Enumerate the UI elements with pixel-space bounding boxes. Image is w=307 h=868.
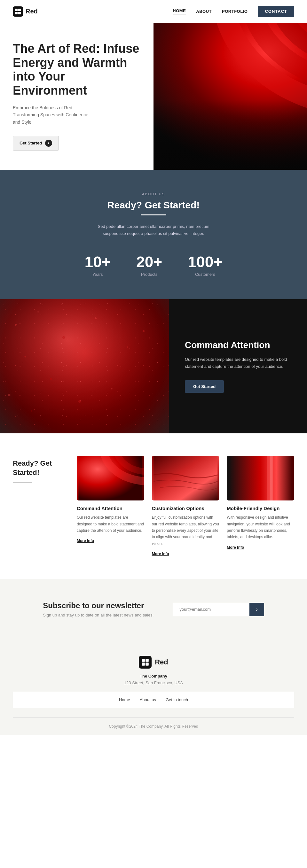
hero-image	[154, 23, 307, 170]
feature-more-info-1[interactable]: More Info	[77, 538, 94, 543]
footer-nav: Home About us Get in touch	[13, 691, 294, 708]
command-image	[0, 299, 169, 433]
newsletter-email-input[interactable]	[173, 603, 249, 616]
logo-svg	[15, 8, 21, 15]
nav-about[interactable]: ABOUT	[196, 9, 212, 14]
feature-desc-1: Our red website templates are designed t…	[77, 514, 144, 534]
svg-point-15	[25, 356, 26, 358]
footer: Red The Company 123 Street, San Francisc…	[0, 640, 307, 735]
nav-links: HOME ABOUT PORTFOLIO CONTACT	[173, 6, 294, 17]
feature-img-2-svg	[152, 456, 219, 500]
hero-section: The Art of Red: Infuse Energy and Warmth…	[0, 23, 307, 170]
nav-home[interactable]: HOME	[173, 8, 186, 14]
command-cta-button[interactable]: Get Started	[185, 380, 224, 393]
nav-portfolio[interactable]: PORTFOLIO	[222, 9, 247, 14]
svg-point-16	[95, 317, 97, 319]
feature-image-3	[227, 456, 294, 500]
command-section: Command Attention Our red website templa…	[0, 299, 307, 433]
feature-image-1	[77, 456, 144, 500]
features-title: Ready? Get Started!	[13, 459, 64, 477]
svg-rect-34	[146, 662, 149, 666]
newsletter-form: ›	[173, 603, 264, 616]
about-label: ABOUT US	[13, 192, 294, 196]
features-divider	[13, 482, 32, 483]
feature-card-2: Customization Options Enjoy full customi…	[152, 456, 219, 556]
command-right-panel: Command Attention Our red website templa…	[169, 299, 307, 433]
stat-years-label: Years	[85, 272, 111, 277]
about-description: Sed pede ullamcorper amet ullamcorper pr…	[86, 223, 221, 237]
footer-logo-svg	[141, 658, 149, 666]
footer-nav-contact[interactable]: Get in touch	[166, 698, 188, 702]
stat-years-number: 10+	[85, 253, 111, 271]
newsletter-title: Subscribe to our newsletter	[43, 601, 154, 610]
about-title: Ready? Get Started!	[13, 200, 294, 211]
footer-address: 123 Street, San Francisco, USA	[13, 680, 294, 685]
svg-rect-33	[142, 662, 145, 666]
stat-customers-label: Customers	[188, 272, 222, 277]
svg-rect-31	[142, 659, 145, 662]
command-droplets	[0, 299, 169, 433]
footer-company-name: The Company	[13, 674, 294, 679]
feature-more-info-3[interactable]: More Info	[227, 545, 244, 550]
svg-point-14	[62, 336, 65, 339]
footer-nav-about[interactable]: About us	[140, 698, 156, 702]
svg-point-23	[8, 394, 10, 396]
svg-rect-0	[15, 9, 18, 11]
footer-copyright-text: Copyright ©2024 The Company, All Rights …	[109, 724, 198, 728]
hero-cta-button[interactable]: Get Started	[13, 136, 59, 151]
feature-title-2: Customization Options	[152, 505, 219, 511]
feature-image-2	[152, 456, 219, 500]
footer-copyright: Copyright ©2024 The Company, All Rights …	[13, 717, 294, 728]
logo[interactable]: Red	[13, 6, 38, 17]
footer-logo-text: Red	[155, 658, 168, 666]
logo-icon	[13, 6, 23, 17]
features-heading: Ready? Get Started!	[13, 456, 64, 483]
svg-point-21	[143, 330, 145, 332]
feature-desc-3: With responsive design and intuitive nav…	[227, 514, 294, 540]
svg-rect-2	[15, 12, 18, 14]
footer-nav-home[interactable]: Home	[119, 698, 130, 702]
stat-customers-number: 100+	[188, 253, 222, 271]
footer-logo: Red	[13, 656, 294, 669]
svg-rect-28	[229, 456, 293, 500]
hero-cta-label: Get Started	[20, 141, 42, 146]
svg-rect-1	[18, 9, 21, 11]
footer-logo-icon	[139, 656, 152, 669]
newsletter-submit-button[interactable]: ›	[249, 603, 264, 616]
stat-products: 20+ Products	[136, 253, 162, 277]
newsletter-subtitle: Sign up and stay up to date on all the l…	[43, 613, 154, 617]
feature-more-info-2[interactable]: More Info	[152, 552, 169, 556]
stat-products-number: 20+	[136, 253, 162, 271]
svg-point-17	[50, 378, 52, 380]
feature-img-3-svg	[227, 456, 294, 500]
hero-text: The Art of Red: Infuse Energy and Warmth…	[0, 23, 154, 170]
swirl-svg	[154, 23, 307, 170]
hero-title: The Art of Red: Infuse Energy and Warmth…	[13, 42, 141, 98]
newsletter-section: Subscribe to our newsletter Sign up and …	[0, 579, 307, 640]
svg-rect-27	[154, 456, 217, 500]
about-divider	[141, 214, 166, 215]
stat-years: 10+ Years	[85, 253, 111, 277]
svg-point-13	[37, 311, 39, 313]
feature-desc-2: Enjoy full customization options with ou…	[152, 514, 219, 547]
svg-rect-30	[270, 456, 273, 500]
hero-cta-icon	[45, 140, 52, 147]
stat-products-label: Products	[136, 272, 162, 277]
command-title: Command Attention	[185, 340, 291, 350]
about-section: ABOUT US Ready? Get Started! Sed pede ul…	[0, 170, 307, 299]
feature-card-1: Command Attention Our red website templa…	[77, 456, 144, 556]
hero-subtitle: Embrace the Boldness of Red: Transformin…	[13, 104, 96, 126]
stats-container: 10+ Years 20+ Products 100+ Customers	[13, 253, 294, 277]
svg-rect-10	[154, 100, 307, 170]
features-grid: Command Attention Our red website templa…	[77, 456, 294, 556]
svg-rect-3	[18, 12, 21, 14]
svg-point-20	[111, 388, 113, 390]
nav-contact-button[interactable]: CONTACT	[258, 6, 294, 17]
stat-customers: 100+ Customers	[188, 253, 222, 277]
svg-point-22	[31, 410, 32, 412]
svg-point-12	[15, 324, 17, 326]
svg-point-18	[127, 346, 128, 348]
navbar: Red HOME ABOUT PORTFOLIO CONTACT	[0, 0, 307, 23]
feature-title-1: Command Attention	[77, 505, 144, 511]
features-section: Ready? Get Started!	[0, 433, 307, 579]
